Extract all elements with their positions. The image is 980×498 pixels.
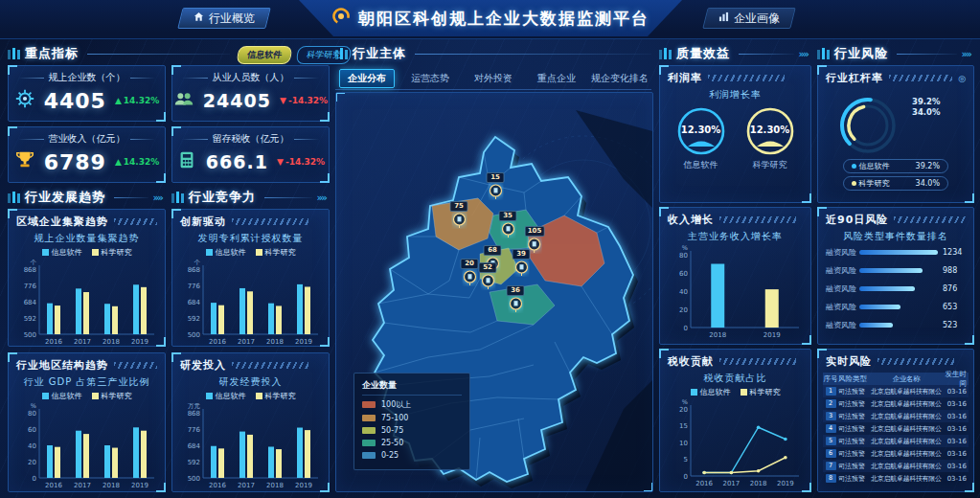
table-row: 5司法预警北京启航卓越科技有限公司03-16 — [823, 435, 969, 447]
tab-key-enterprises[interactable]: 重点企业 — [525, 72, 588, 85]
stat-body: 4405 ▲14.32% — [9, 84, 165, 121]
subsection-title: 行业杠杆率 — [826, 71, 883, 85]
table-row: 3司法预警北京启航卓越科技有限公司03-16 — [823, 410, 969, 422]
section-bars-icon — [8, 48, 20, 59]
subsection-title: 区域企业集聚趋势 — [16, 215, 108, 229]
svg-text:20: 20 — [28, 459, 36, 466]
hatch-decoration — [877, 358, 954, 365]
svg-text:10: 10 — [679, 440, 688, 447]
legend-item: 科学研究 — [256, 247, 296, 258]
legend-item: 科学研究 — [92, 247, 132, 258]
map-legend-row: 100以上 — [362, 399, 462, 410]
section-divider — [87, 54, 230, 55]
svg-text:2018: 2018 — [266, 338, 284, 346]
table-row: 4司法预警北京启航卓越科技有限公司03-16 — [823, 422, 969, 435]
svg-text:20: 20 — [679, 406, 688, 414]
section-divider — [264, 197, 312, 198]
gear-icon — [14, 88, 35, 113]
svg-text:500: 500 — [23, 331, 35, 339]
people-icon — [173, 88, 194, 113]
chart-legend: 信息软件科学研究 — [660, 387, 810, 397]
svg-text:2017: 2017 — [74, 482, 91, 489]
expand-arrows-icon[interactable]: »» — [317, 192, 328, 204]
subsection-title: 利润率 — [668, 71, 702, 85]
tab-outbound-investment[interactable]: 对外投资 — [462, 72, 525, 85]
map-marker[interactable]: 35 — [499, 211, 517, 238]
svg-text:2019: 2019 — [295, 338, 312, 346]
svg-text:万元: 万元 — [188, 402, 201, 410]
stat-body: 666.1 ▼-14.32% — [172, 146, 329, 182]
map-marker[interactable]: 52 — [479, 262, 497, 290]
svg-text:%: % — [682, 244, 688, 252]
section-divider — [897, 54, 957, 55]
stat-title-row: 规上企业数（个） — [9, 66, 165, 84]
svg-text:80: 80 — [28, 410, 36, 418]
svg-text:776: 776 — [187, 426, 200, 434]
marker-count-badge: 52 — [479, 262, 497, 273]
stat-body: 6789 ▲14.32% — [9, 146, 165, 182]
tab-change-ranking[interactable]: 规企变化排名 — [588, 72, 651, 85]
nav-enterprise-profile[interactable]: 企业画像 — [705, 8, 793, 29]
section-title: 质量效益 — [676, 45, 730, 62]
svg-text:684: 684 — [187, 299, 200, 306]
subsection-title: 实时风险 — [826, 354, 872, 369]
stat-label: 规上企业数（个） — [49, 71, 125, 84]
svg-text:%: % — [30, 402, 35, 410]
stat-value: 24405 — [203, 90, 271, 111]
map-legend-title: 企业数量 — [362, 379, 462, 396]
expand-arrows-icon[interactable]: »» — [153, 192, 164, 204]
info-icon[interactable]: ◎ — [958, 74, 966, 83]
svg-text:2019: 2019 — [131, 482, 148, 489]
card-tax-contribution: 税收贡献 税收贡献占比 信息软件科学研究 05101520%2016201720… — [659, 349, 811, 492]
marker-count-badge: 105 — [525, 226, 545, 237]
map-marker[interactable]: 20 — [461, 259, 479, 286]
stat-title-row: 营业收入（亿元） — [9, 127, 165, 146]
gauge-label: 信息软件 — [684, 159, 718, 171]
subsection-title: 研发投入 — [180, 358, 226, 373]
table-row: 6司法预警北京启航卓越科技有限公司03-16 — [823, 447, 969, 460]
nav-right-label: 企业画像 — [734, 11, 780, 27]
tab-enterprise-distribution[interactable]: 企业分布 — [335, 69, 399, 88]
map-marker[interactable]: 39 — [513, 249, 531, 277]
svg-text:2016: 2016 — [45, 482, 62, 489]
card-innovation: 创新驱动 发明专利累计授权数量 信息软件科学研究 500592684776868… — [171, 209, 330, 347]
map-legend-row: 25-50 — [362, 439, 462, 447]
card-region-cluster: 区域企业集聚趋势 规上企业数量集聚趋势 信息软件科学研究 50059268477… — [8, 209, 166, 347]
realtime-risk-table: 序号 风险类型 企业名称 发生时间 1司法预警北京启航卓越科技有限公司03-16… — [818, 371, 973, 487]
chart-title: 研发经费投入 — [172, 375, 329, 389]
expand-arrows-icon[interactable]: »» — [962, 48, 972, 60]
svg-text:2017: 2017 — [74, 338, 91, 346]
svg-text:15: 15 — [679, 422, 688, 430]
card-leverage: 行业杠杆率 ◎ 39.2%34.0% 信息软件39.2% 科学研究34.0% — [817, 65, 974, 203]
map-pin-icon — [480, 273, 495, 290]
map-marker[interactable]: 36 — [507, 285, 525, 313]
legend-pill: 信息软件39.2% — [843, 159, 948, 173]
map-pin-icon — [451, 212, 467, 229]
section-title: 行业发展趋势 — [25, 189, 105, 206]
filter-info-software[interactable]: 信息软件 — [237, 46, 293, 64]
svg-text:0: 0 — [684, 473, 688, 481]
down-arrow-icon: ▼ — [277, 157, 284, 167]
stat-card-calculator: 留存税收（亿元） 666.1 ▼-14.32% — [171, 126, 330, 183]
map-pin-icon — [500, 221, 515, 238]
tab-operation-status[interactable]: 运营态势 — [399, 72, 462, 85]
nav-industry-overview[interactable]: 行业概览 — [180, 8, 268, 29]
stat-delta: ▲14.32% — [115, 157, 159, 167]
expand-arrows-icon[interactable]: »» — [799, 48, 809, 60]
stat-card-people: 从业人员数（人） 24405 ▼-14.32% — [171, 65, 330, 122]
svg-text:2019: 2019 — [295, 482, 312, 489]
section-divider — [415, 54, 651, 55]
section-title: 行业竞争力 — [189, 189, 256, 206]
stat-delta: ▼-14.32% — [280, 96, 328, 105]
stat-value: 6789 — [44, 150, 106, 174]
chart-title: 风险类型事件数量排名 — [818, 230, 973, 243]
svg-text:个: 个 — [194, 259, 200, 266]
profit-gauges: 12.30% 信息软件 12.30% 科学研究 — [660, 105, 810, 171]
map-marker[interactable]: 75 — [450, 201, 468, 229]
calculator-icon — [176, 149, 197, 174]
chart-legend: 信息软件科学研究 — [172, 391, 329, 401]
section-bars-icon — [8, 192, 20, 203]
map-marker[interactable]: 15 — [487, 172, 505, 200]
map-pin-icon — [462, 269, 477, 286]
legend-item: 信息软件 — [42, 391, 82, 401]
